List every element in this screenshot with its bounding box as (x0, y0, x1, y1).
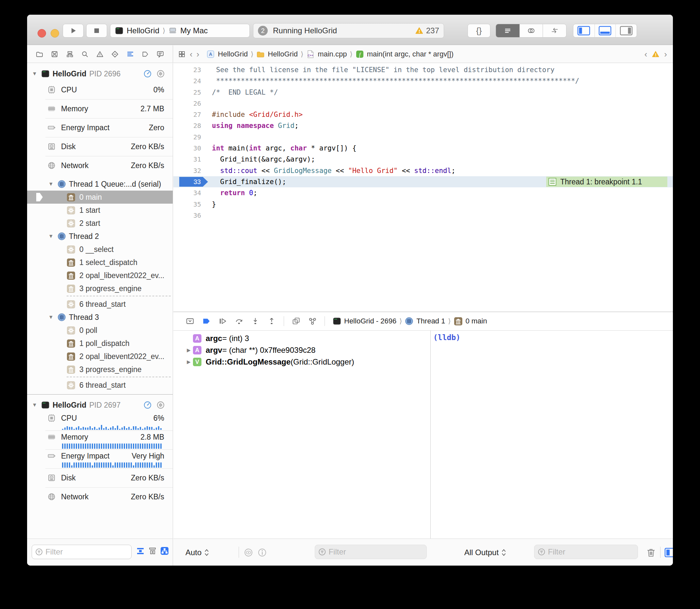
breakpoint-marker[interactable]: 33 (179, 177, 208, 187)
tab-symbols-navigator[interactable] (66, 50, 74, 58)
code-line[interactable]: 26 (173, 98, 673, 109)
code-line[interactable]: 33 Grid_finalize();33Thread 1: breakpoin… (173, 176, 673, 187)
variable-row[interactable]: Aargc = (int) 3 (173, 333, 430, 344)
assistant-editor-button[interactable] (519, 24, 543, 37)
thread-row[interactable]: ▼Thread 3 (27, 311, 173, 324)
continue-button[interactable] (218, 317, 227, 325)
code-line[interactable]: 36 (173, 210, 673, 221)
tab-breakpoints-navigator[interactable] (141, 50, 149, 58)
tab-source-control-navigator[interactable] (51, 50, 58, 58)
stack-frame-row[interactable]: 6 thread_start (27, 298, 173, 311)
line-number[interactable]: 27 (173, 109, 201, 120)
scheme-selector[interactable]: HelloGrid ⟩ My Mac (110, 24, 250, 37)
line-number[interactable]: 28 (173, 120, 201, 131)
line-number[interactable]: 25 (173, 87, 201, 98)
code-line[interactable]: 28using namespace Grid; (173, 120, 673, 131)
back-button[interactable]: ‹ (190, 49, 193, 59)
code-line[interactable]: 24 *************************************… (173, 75, 673, 86)
stack-frame-row[interactable]: 1 poll_dispatch (27, 337, 173, 350)
activity-view[interactable]: 2 Running HelloGrid 237 (253, 23, 444, 38)
gauge-row-memory[interactable]: Memory2.7 MB (27, 99, 173, 118)
stack-frame-row[interactable]: 2 opal_libevent2022_ev... (27, 269, 173, 282)
process-row[interactable]: ▼HelloGridPID 2697 (27, 399, 173, 412)
stack-frame-row[interactable]: 1 start (27, 204, 173, 217)
disclosure-triangle-icon[interactable]: ▼ (47, 181, 54, 187)
stack-frame-row[interactable]: 0 __select (27, 243, 173, 256)
pause-process-gauge-button[interactable] (143, 70, 152, 78)
toggle-inspector-button[interactable] (615, 24, 637, 37)
tab-search-navigator[interactable] (81, 50, 89, 58)
breakpoint-annotation[interactable]: Thread 1: breakpoint 1.1 (546, 177, 667, 187)
line-number[interactable]: 26 (173, 98, 201, 109)
code-line[interactable]: 27#include <Grid/Grid.h> (173, 109, 673, 120)
line-number[interactable]: 29 (173, 132, 201, 143)
debug-breadcrumb-item[interactable]: HelloGrid - 2696 (333, 317, 396, 325)
navigator-filter-input[interactable] (45, 547, 128, 556)
jump-bar-item[interactable]: C++main.cpp (306, 50, 347, 58)
line-number[interactable]: 24 (173, 75, 201, 86)
minimize-window-button[interactable] (51, 29, 59, 37)
console-filter-input[interactable] (548, 547, 634, 556)
code-line[interactable]: 25/* END LEGAL */ (173, 87, 673, 98)
close-window-button[interactable] (37, 29, 46, 37)
pause-process-gauge-button[interactable] (143, 401, 152, 409)
code-snippets-button[interactable]: {} (467, 24, 490, 37)
tab-issues-navigator[interactable] (96, 50, 104, 58)
related-items-icon[interactable] (178, 50, 186, 58)
filter-stack-frames-icon[interactable] (148, 547, 157, 555)
thread-row[interactable]: ▼Thread 1 Queue:...d (serial) (27, 177, 173, 191)
line-number[interactable]: 34 (173, 187, 201, 198)
view-process-by-thread-icon[interactable] (160, 547, 169, 555)
code-line[interactable]: 23 See the full license in the file "LIC… (173, 64, 673, 75)
code-line[interactable]: 32 std::cout << GridLogMessage << "Hello… (173, 165, 673, 176)
stack-frame-row[interactable]: 0 poll (27, 324, 173, 337)
clear-console-trash-icon[interactable] (646, 547, 656, 558)
breakpoints-button[interactable] (202, 317, 210, 325)
stack-frame-row[interactable]: 1 select_dispatch (27, 256, 173, 269)
gauge-row-cpu[interactable]: CPU6% (27, 412, 173, 431)
toggle-variables-view-icon[interactable] (664, 547, 673, 557)
tab-project-navigator[interactable] (36, 50, 44, 58)
step-over-button[interactable] (235, 317, 243, 325)
hide-debug-button[interactable] (186, 317, 194, 325)
previous-issue-button[interactable]: ‹ (645, 49, 647, 59)
stack-frame-row[interactable]: 6 thread_start (27, 379, 173, 392)
console-output-popup[interactable]: All Output (464, 539, 507, 566)
gauge-row-cpu[interactable]: CPU0% (27, 80, 173, 99)
line-number[interactable]: 23 (173, 64, 201, 75)
variable-row[interactable]: ▶Aargv = (char **) 0x7ffee9039c28 (173, 344, 430, 356)
line-number[interactable]: 31 (173, 154, 201, 165)
line-number[interactable]: 35 (173, 199, 201, 210)
gauge-row-disk[interactable]: DiskZero KB/s (27, 468, 173, 487)
view-hierarchy-button[interactable] (292, 317, 301, 325)
disclosure-triangle-icon[interactable]: ▶ (185, 359, 193, 365)
variables-filter-input[interactable] (328, 547, 423, 556)
debug-breadcrumb-item[interactable]: 0 main (454, 317, 487, 326)
toggle-navigator-button[interactable] (573, 24, 595, 37)
toggle-debug-area-button[interactable] (595, 24, 616, 37)
gauge-row-network[interactable]: NetworkZero KB/s (27, 487, 173, 506)
variables-filter-field[interactable] (315, 545, 427, 559)
line-number[interactable]: 32 (173, 165, 201, 176)
source-editor[interactable]: 23 See the full license in the file "LIC… (173, 63, 673, 312)
console-view[interactable]: (lldb) (431, 331, 673, 539)
stack-frame-row[interactable]: 2 start (27, 217, 173, 230)
gauge-row-memory[interactable]: Memory2.8 MB (27, 431, 173, 449)
view-by-thread-button[interactable] (156, 70, 165, 78)
navigator-filter-field[interactable] (32, 545, 132, 559)
run-button[interactable] (63, 24, 84, 37)
thread-row[interactable]: ▼Thread 2 (27, 230, 173, 243)
view-by-thread-button[interactable] (156, 401, 165, 409)
forward-button[interactable]: › (197, 49, 200, 59)
version-editor-button[interactable] (543, 24, 566, 37)
memory-graph-button[interactable] (308, 317, 317, 325)
stack-frame-row[interactable]: 2 opal_libevent2022_ev... (27, 350, 173, 363)
code-line[interactable]: 29 (173, 132, 673, 143)
line-number[interactable]: 36 (173, 210, 201, 221)
tab-tests-navigator[interactable] (111, 50, 119, 58)
code-line[interactable]: 30int main(int argc, char * argv[]) { (173, 143, 673, 154)
disclosure-triangle-icon[interactable]: ▼ (47, 233, 54, 239)
standard-editor-button[interactable] (496, 24, 519, 37)
disclosure-triangle-icon[interactable]: ▼ (47, 314, 54, 320)
disclosure-triangle-icon[interactable]: ▼ (31, 402, 38, 408)
